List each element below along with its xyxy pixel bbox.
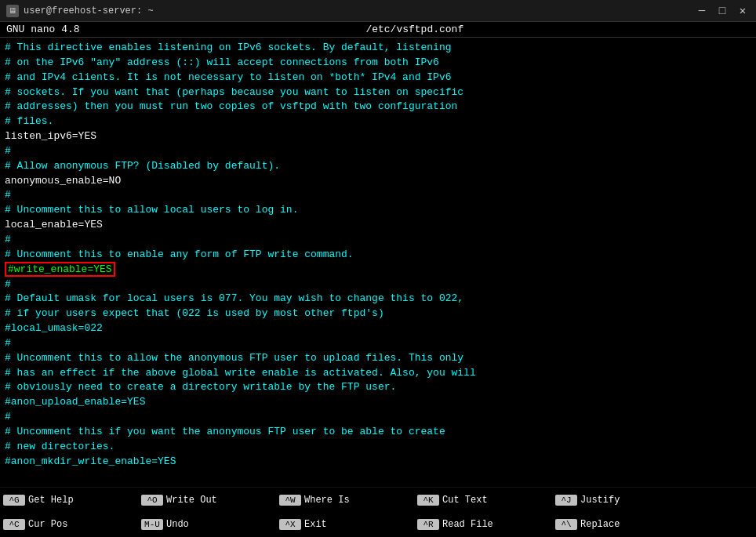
shortcut-item[interactable]: ^OWrite Out [138, 488, 276, 512]
shortcut-label: Justify [580, 495, 620, 506]
editor-line: local_enable=YES [5, 218, 751, 233]
editor-line: # on the IPv6 "any" address (::) will ac… [5, 56, 751, 71]
editor-line: listen_ipv6=YES [5, 129, 751, 144]
editor-line: anonymous_enable=NO [5, 174, 751, 189]
shortcut-item[interactable]: ^KCut Text [414, 488, 552, 512]
editor-line: # sockets. If you want that (perhaps bec… [5, 85, 751, 100]
titlebar: 🖥 user@freehost-server: ~ ─ □ ✕ [0, 0, 756, 22]
shortcut-item[interactable]: M-UUndo [138, 512, 276, 536]
shortcut-key: ^O [141, 495, 163, 506]
shortcut-label: Exit [304, 519, 327, 530]
editor-line: # [5, 336, 751, 351]
editor-line: #local_umask=022 [5, 321, 751, 336]
shortcut-label: Replace [580, 519, 620, 530]
editor-line: # [5, 278, 751, 292]
titlebar-user: user@freehost-server: ~ [24, 5, 154, 16]
shortcut-key: ^J [555, 495, 577, 506]
shortcut-label: Write Out [166, 495, 217, 506]
editor-line: # has an effect if the above global writ… [5, 366, 751, 381]
statusbar [0, 471, 756, 487]
editor-line: # This directive enables listening on IP… [5, 41, 751, 56]
shortcuts-bar: ^GGet Help^OWrite Out^WWhere Is^KCut Tex… [0, 487, 756, 535]
editor-line: # addresses) then you must run two copie… [5, 100, 751, 114]
shortcut-item[interactable]: ^RRead File [414, 512, 552, 536]
editor-line: # Uncomment this if you want the anonymo… [5, 425, 751, 440]
editor-line: # obviously need to create a directory w… [5, 380, 751, 395]
shortcut-item[interactable]: ^\Replace [552, 512, 690, 536]
shortcut-key: ^G [3, 495, 25, 506]
editor-line: # [5, 188, 751, 203]
titlebar-controls: ─ □ ✕ [695, 4, 750, 18]
shortcut-item[interactable]: ^WWhere Is [276, 488, 414, 512]
shortcut-label: Get Help [28, 495, 74, 506]
nano-header: GNU nano 4.8 /etc/vsftpd.conf [0, 22, 756, 38]
shortcut-label: Read File [442, 519, 493, 530]
editor-line: # [5, 144, 751, 159]
shortcut-item[interactable]: ^JJustify [552, 488, 690, 512]
nano-filename: /etc/vsftpd.conf [365, 24, 463, 35]
editor-line: # if your users expect that (022 is used… [5, 307, 751, 321]
editor[interactable]: # This directive enables listening on IP… [0, 38, 756, 471]
shortcut-key: ^X [279, 519, 301, 530]
shortcut-key: ^C [3, 519, 25, 530]
shortcut-item[interactable]: ^GGet Help [0, 488, 138, 512]
editor-line: # [5, 469, 751, 471]
editor-line: # files. [5, 114, 751, 129]
editor-line: #write_enable=YES [5, 263, 751, 278]
shortcut-item[interactable]: ^CCur Pos [0, 512, 138, 536]
maximize-button[interactable]: □ [715, 4, 729, 18]
shortcut-key: ^\ [555, 519, 577, 530]
editor-line: # Uncomment this to allow local users to… [5, 203, 751, 218]
shortcut-label: Cur Pos [28, 519, 67, 530]
shortcut-key: M-U [141, 519, 163, 530]
editor-line: # Default umask for local users is 077. … [5, 292, 751, 307]
titlebar-left: 🖥 user@freehost-server: ~ [6, 5, 154, 17]
editor-line: # Uncomment this to enable any form of F… [5, 248, 751, 263]
shortcut-label: Cut Text [442, 495, 488, 506]
editor-line: # Allow anonymous FTP? (Disabled by defa… [5, 159, 751, 174]
editor-line: # [5, 410, 751, 425]
shortcut-label: Where Is [304, 495, 350, 506]
editor-line: # and IPv4 clients. It is not necessary … [5, 71, 751, 85]
editor-line: # Uncomment this to allow the anonymous … [5, 351, 751, 366]
editor-line: # new directories. [5, 440, 751, 455]
editor-line: # [5, 233, 751, 248]
nano-version: GNU nano 4.8 [6, 24, 80, 35]
close-button[interactable]: ✕ [736, 4, 750, 18]
terminal-icon: 🖥 [6, 5, 19, 17]
editor-line: #anon_mkdir_write_enable=YES [5, 455, 751, 470]
shortcut-key: ^K [417, 495, 439, 506]
shortcut-key: ^R [417, 519, 439, 530]
shortcut-item[interactable]: ^XExit [276, 512, 414, 536]
editor-line: #anon_upload_enable=YES [5, 395, 751, 410]
minimize-button[interactable]: ─ [695, 4, 709, 18]
shortcut-key: ^W [279, 495, 301, 506]
shortcut-label: Undo [166, 519, 189, 530]
